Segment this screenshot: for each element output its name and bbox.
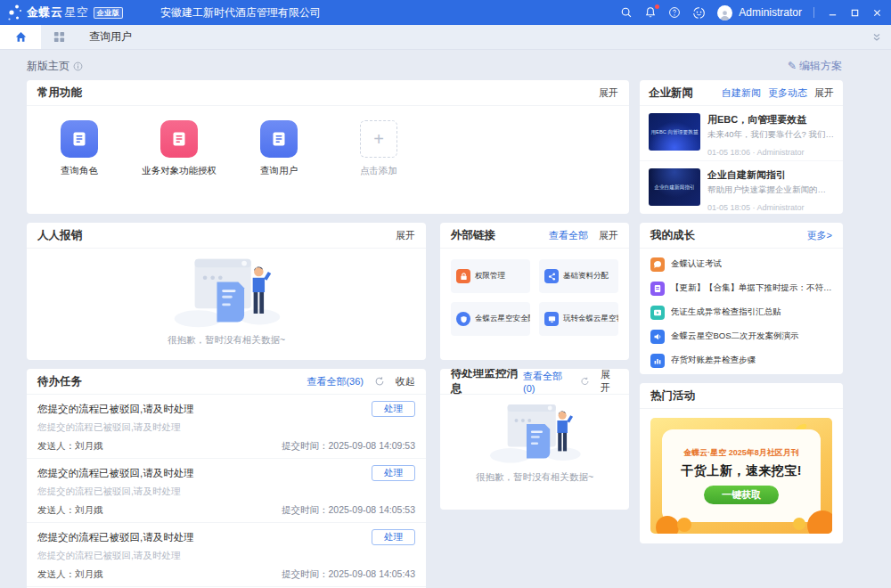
brand-title: 金蝶云星空 企业版 bbox=[27, 4, 123, 20]
handle-button[interactable]: 处理 bbox=[372, 401, 415, 417]
more-link[interactable]: 更多> bbox=[807, 229, 832, 242]
home-icon bbox=[14, 30, 28, 44]
card-title: 人人报销 bbox=[37, 228, 82, 243]
common-functions-card: 常用功能 展开 查询角色 业务对象功能授权 bbox=[27, 80, 629, 214]
handle-button[interactable]: 处理 bbox=[372, 465, 415, 481]
shield-icon bbox=[456, 312, 470, 326]
doc-icon bbox=[650, 282, 665, 296]
hot-activities-card: 热门活动 金蝶云·星空 2025年8月社区月刊 干货上新，速来挖宝! 一键获取 bbox=[640, 383, 843, 543]
edit-scheme-link[interactable]: ✎编辑方案 bbox=[788, 59, 842, 74]
todo-sender: 发送人：刘月娥 bbox=[37, 440, 103, 453]
function-object-auth[interactable]: 业务对象功能授权 bbox=[144, 120, 214, 177]
banner-subtitle: 金蝶云·星空 2025年8月社区月刊 bbox=[683, 447, 799, 459]
activity-banner[interactable]: 金蝶云·星空 2025年8月社区月刊 干货上新，速来挖宝! 一键获取 bbox=[650, 418, 832, 534]
more-news-link[interactable]: 更多动态 bbox=[768, 86, 807, 100]
card-title: 待处理监控消息 bbox=[451, 369, 523, 396]
orange-decor bbox=[677, 518, 691, 532]
edition-badge: 企业版 bbox=[94, 7, 124, 19]
growth-item[interactable]: 金蝶云星空BOS二次开发案例演示 bbox=[640, 324, 843, 348]
maximize-icon[interactable] bbox=[850, 8, 860, 18]
pencil-icon: ✎ bbox=[788, 60, 797, 72]
card-title: 热门活动 bbox=[650, 388, 695, 404]
todo-sender: 发送人：刘月娥 bbox=[37, 568, 103, 581]
empty-text: 很抱歉，暂时没有相关数据~ bbox=[476, 471, 593, 484]
my-growth-card: 我的成长 更多> 金蝶认证考试 【更新】【合集】单据下推时提示：不符合下推条件 bbox=[640, 223, 843, 374]
chat-icon bbox=[650, 257, 665, 272]
todo-item: 您提交的流程已被驳回,请及时处理 处理 您提交的流程已被驳回,请及时处理 发送人… bbox=[27, 395, 426, 459]
view-all-link[interactable]: 查看全部 bbox=[549, 229, 588, 242]
topbar: 金蝶云星空 企业版 安徽建工新时代酒店管理有限公司 Administrator bbox=[0, 0, 891, 25]
news-item[interactable]: 用EBC 向管理要效益 用EBC，向管理要效益 未来40年，我们要靠什么? 我们… bbox=[640, 106, 843, 160]
card-title: 外部链接 bbox=[451, 228, 495, 243]
menu-grid-icon[interactable] bbox=[41, 25, 77, 49]
assistant-icon[interactable] bbox=[692, 6, 706, 20]
growth-item[interactable]: 金蝶认证考试 bbox=[640, 252, 843, 276]
view-all-link[interactable]: 查看全部(36) bbox=[307, 375, 364, 388]
external-link-security[interactable]: 金蝶云星空安全防护专题 bbox=[451, 302, 530, 336]
card-title: 待办任务 bbox=[37, 374, 82, 389]
orange-decor bbox=[807, 510, 832, 534]
todo-time: 提交时间：2025-09-08 14:05:53 bbox=[282, 504, 415, 517]
external-links-card: 外部链接 查看全部 展开 权限管理 bbox=[440, 223, 629, 360]
function-query-user[interactable]: 查询用户 bbox=[244, 120, 314, 177]
share-icon bbox=[544, 269, 559, 283]
add-function-button[interactable]: + 点击添加 bbox=[344, 120, 413, 177]
view-all-link[interactable]: 查看全部(0) bbox=[523, 370, 569, 394]
help-icon[interactable] bbox=[668, 6, 681, 19]
notification-bell-icon[interactable] bbox=[644, 6, 657, 19]
news-item[interactable]: 企业自建新闻指引 企业自建新闻指引 帮助用户快速掌握企业新闻的发布方法 01-0… bbox=[640, 160, 843, 214]
news-thumbnail: 企业自建新闻指引 bbox=[649, 168, 700, 206]
expand-link[interactable]: 展开 bbox=[601, 369, 618, 395]
orange-decor bbox=[793, 518, 805, 530]
todo-item: 您提交的流程已被驳回,请及时处理 处理 您提交的流程已被驳回,请及时处理 发送人… bbox=[27, 459, 426, 523]
orange-decor bbox=[656, 516, 679, 534]
doc-icon bbox=[260, 120, 298, 158]
growth-item[interactable]: 凭证生成异常检查指引汇总贴 bbox=[640, 300, 843, 324]
monitor-icon bbox=[544, 312, 559, 326]
collapse-tabs-icon[interactable] bbox=[862, 25, 891, 49]
banner-headline: 干货上新，速来挖宝! bbox=[681, 463, 802, 479]
close-icon[interactable] bbox=[872, 8, 882, 18]
chart-icon bbox=[650, 354, 665, 368]
handle-button[interactable]: 处理 bbox=[372, 529, 415, 545]
topbar-divider bbox=[813, 7, 814, 18]
function-query-role[interactable]: 查询角色 bbox=[45, 120, 114, 177]
username[interactable]: Administrator bbox=[739, 6, 802, 19]
reimburse-card: 人人报销 展开 bbox=[27, 223, 426, 360]
speaker-icon bbox=[650, 330, 665, 344]
empty-state-illustration bbox=[480, 400, 590, 467]
external-link-base-data[interactable]: 基础资料分配 bbox=[539, 259, 618, 293]
company-name: 安徽建工新时代酒店管理有限公司 bbox=[160, 5, 321, 20]
todo-sender: 发送人：刘月娥 bbox=[37, 504, 103, 517]
enterprise-news-card: 企业新闻 自建新闻 更多动态 展开 用EBC 向管理要效益 用EBC，向管理要效… bbox=[640, 80, 843, 214]
home-tab[interactable] bbox=[0, 25, 41, 49]
expand-link[interactable]: 展开 bbox=[814, 86, 834, 100]
doc-icon bbox=[160, 120, 198, 158]
news-thumbnail: 用EBC 向管理要效益 bbox=[649, 113, 700, 151]
expand-link[interactable]: 展开 bbox=[599, 86, 618, 100]
growth-item[interactable]: 存货对账差异检查步骤 bbox=[640, 348, 843, 372]
expand-link[interactable]: 展开 bbox=[599, 229, 618, 242]
card-title: 企业新闻 bbox=[649, 86, 693, 101]
card-title: 常用功能 bbox=[37, 86, 82, 101]
page-title: 新版主页 bbox=[27, 59, 83, 74]
user-avatar[interactable] bbox=[717, 5, 732, 20]
create-news-link[interactable]: 自建新闻 bbox=[722, 86, 761, 100]
external-link-client[interactable]: 玩转金蝶云星空客户端 bbox=[539, 302, 618, 336]
refresh-icon[interactable] bbox=[374, 376, 385, 387]
tab-query-user[interactable]: 查询用户 bbox=[77, 25, 155, 49]
video-icon bbox=[650, 306, 665, 320]
refresh-icon[interactable] bbox=[580, 376, 590, 387]
growth-item[interactable]: 【更新】【合集】单据下推时提示：不符合下推条件 bbox=[640, 276, 843, 300]
get-now-button[interactable]: 一键获取 bbox=[704, 486, 779, 504]
search-icon[interactable] bbox=[620, 6, 633, 19]
expand-link[interactable]: 展开 bbox=[396, 229, 415, 242]
info-icon[interactable] bbox=[73, 61, 83, 71]
tab-bar: 查询用户 bbox=[0, 25, 891, 50]
monitor-messages-card: 待处理监控消息 查看全部(0) 展开 bbox=[440, 369, 629, 510]
minimize-icon[interactable] bbox=[828, 8, 838, 18]
external-link-permission[interactable]: 权限管理 bbox=[451, 259, 530, 293]
todo-time: 提交时间：2025-09-08 14:09:53 bbox=[282, 440, 415, 453]
collapse-link[interactable]: 收起 bbox=[396, 375, 415, 388]
todo-time: 提交时间：2025-09-08 14:05:43 bbox=[282, 568, 415, 581]
